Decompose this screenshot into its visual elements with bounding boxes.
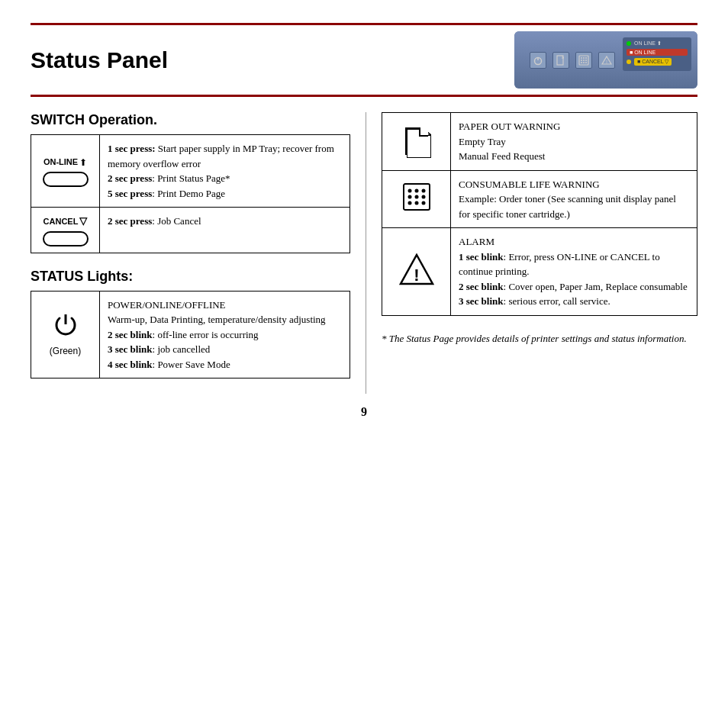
svg-text:!: ! bbox=[414, 266, 419, 285]
toner-icon-cell bbox=[382, 170, 451, 228]
online-led bbox=[627, 41, 631, 46]
main-content: SWITCH Operation. ON-LINE ⬆ 1 sec p bbox=[31, 112, 697, 394]
cancel-desc-bold: 2 sec press bbox=[108, 215, 152, 227]
online-desc-bold3: 5 sec press bbox=[108, 188, 152, 199]
power-desc-bold1: 2 sec blink bbox=[108, 329, 153, 340]
consumable-description-cell: CONSUMABLE LIFE WARNING Example: Order t… bbox=[451, 170, 697, 228]
printer-image: ! ON LINE ⬆ ■ ON LINE ■ CANCEL ▽ bbox=[514, 31, 697, 89]
power-icon-cell: (Green) bbox=[31, 291, 100, 378]
svg-point-8 bbox=[583, 60, 585, 61]
svg-point-25 bbox=[414, 201, 418, 205]
power-description-cell: POWER/ONLINE/OFFLINE Warm-up, Data Print… bbox=[100, 291, 350, 378]
table-row: ON-LINE ⬆ 1 sec press: Start paper suppl… bbox=[31, 135, 350, 208]
svg-point-4 bbox=[581, 57, 582, 59]
switch-table: ON-LINE ⬆ 1 sec press: Start paper suppl… bbox=[31, 134, 350, 253]
svg-point-10 bbox=[581, 62, 582, 63]
printer-panel: ON LINE ⬆ ■ ON LINE ■ CANCEL ▽ bbox=[623, 37, 691, 71]
svg-point-12 bbox=[585, 62, 587, 63]
left-column: SWITCH Operation. ON-LINE ⬆ 1 sec p bbox=[31, 112, 366, 394]
page: Status Panel ! bbox=[0, 0, 728, 728]
online-label-container: ON-LINE ⬆ bbox=[43, 156, 87, 169]
alarm-icon-cell: ! bbox=[382, 228, 451, 316]
alarm-description-cell: ALARM 1 sec blink: Error, press ON-LINE … bbox=[451, 228, 697, 316]
paper-out-description-cell: PAPER OUT WARNING Empty Tray Manual Feed… bbox=[451, 113, 697, 171]
svg-marker-16 bbox=[424, 129, 431, 135]
alarm-desc-bold1: 1 sec blink bbox=[459, 251, 504, 263]
printer-icon-power bbox=[530, 52, 546, 69]
status-table: (Green) POWER/ONLINE/OFFLINE Warm-up, Da… bbox=[31, 291, 350, 379]
alarm-desc-bold3: 3 sec blink bbox=[459, 295, 504, 307]
panel-online-row: ON LINE ⬆ bbox=[627, 40, 688, 47]
cancel-panel-btn: ■ CANCEL ▽ bbox=[634, 58, 672, 66]
svg-point-23 bbox=[421, 195, 425, 199]
svg-point-26 bbox=[421, 201, 425, 205]
status-section-title: STATUS Lights: bbox=[31, 269, 350, 285]
power-icon-wrap: (Green) bbox=[39, 311, 92, 358]
cancel-led bbox=[627, 60, 631, 64]
page-icon-svg bbox=[407, 129, 431, 158]
alarm-desc-bold2: 2 sec blink bbox=[459, 281, 504, 292]
switch-section-title: SWITCH Operation. bbox=[31, 112, 350, 128]
table-row: ! ALARM 1 sec blink: Error, press ON-LIN… bbox=[382, 228, 697, 316]
table-row: CANCEL ▽ 2 sec press: Job Cancel bbox=[31, 208, 350, 253]
online-panel-label: ON LINE ⬆ bbox=[634, 40, 662, 47]
power-svg-icon bbox=[50, 311, 81, 341]
cancel-arrow-icon: ▽ bbox=[79, 214, 87, 229]
svg-marker-15 bbox=[407, 129, 431, 158]
online-desc-bold1: 1 sec press: bbox=[108, 143, 156, 154]
cancel-btn-shape bbox=[43, 231, 89, 246]
cancel-text: CANCEL bbox=[43, 215, 79, 228]
svg-point-18 bbox=[407, 189, 411, 193]
svg-point-5 bbox=[583, 57, 585, 59]
table-row: PAPER OUT WARNING Empty Tray Manual Feed… bbox=[382, 113, 697, 171]
power-desc-bold2: 3 sec blink bbox=[108, 343, 153, 355]
right-table: PAPER OUT WARNING Empty Tray Manual Feed… bbox=[382, 112, 697, 316]
cancel-btn-icon: CANCEL ▽ bbox=[39, 214, 92, 246]
printer-icon-page bbox=[552, 52, 569, 69]
toner-icon-svg bbox=[402, 182, 431, 211]
page-number: 9 bbox=[31, 405, 697, 419]
svg-point-22 bbox=[414, 195, 418, 199]
svg-point-9 bbox=[585, 60, 587, 61]
green-label: (Green) bbox=[50, 344, 81, 358]
online-btn-cell: ON-LINE ⬆ bbox=[31, 135, 100, 208]
svg-point-21 bbox=[407, 195, 411, 199]
footnote: * The Status Page provides details of pr… bbox=[382, 331, 697, 346]
panel-cancel-row: ■ CANCEL ▽ bbox=[627, 58, 688, 66]
svg-rect-2 bbox=[557, 56, 563, 65]
svg-point-11 bbox=[583, 62, 585, 63]
cancel-description-cell: 2 sec press: Job Cancel bbox=[100, 208, 350, 253]
page-svg-icon bbox=[405, 127, 428, 155]
table-row: (Green) POWER/ONLINE/OFFLINE Warm-up, Da… bbox=[31, 291, 350, 378]
svg-point-20 bbox=[421, 189, 425, 193]
table-row: CONSUMABLE LIFE WARNING Example: Order t… bbox=[382, 170, 697, 228]
online-description-cell: 1 sec press: Start paper supply in MP Tr… bbox=[100, 135, 350, 208]
header: Status Panel ! bbox=[31, 23, 697, 97]
page-title: Status Panel bbox=[31, 47, 168, 73]
alarm-icon-svg: ! bbox=[399, 253, 434, 285]
online-btn-shape bbox=[43, 172, 89, 187]
svg-point-6 bbox=[585, 57, 587, 59]
online-panel-btn: ■ ON LINE bbox=[627, 49, 688, 56]
online-arrow: ⬆ bbox=[79, 156, 87, 169]
page-icon-cell bbox=[382, 113, 451, 171]
online-text: ON-LINE bbox=[43, 156, 78, 169]
svg-point-24 bbox=[407, 201, 411, 205]
cancel-label-row: CANCEL ▽ bbox=[43, 214, 88, 229]
printer-icon-toner bbox=[575, 52, 592, 69]
online-desc-bold2: 2 sec press bbox=[108, 172, 152, 184]
online-btn-icon: ON-LINE ⬆ bbox=[39, 156, 92, 187]
panel-online-btn-row: ■ ON LINE bbox=[627, 49, 688, 56]
svg-text:!: ! bbox=[606, 60, 607, 64]
printer-icon-alarm: ! bbox=[598, 52, 615, 69]
right-column: PAPER OUT WARNING Empty Tray Manual Feed… bbox=[366, 112, 697, 394]
svg-point-7 bbox=[581, 60, 582, 61]
cancel-btn-cell: CANCEL ▽ bbox=[31, 208, 100, 253]
svg-point-19 bbox=[414, 189, 418, 193]
power-desc-bold3: 4 sec blink bbox=[108, 359, 153, 370]
